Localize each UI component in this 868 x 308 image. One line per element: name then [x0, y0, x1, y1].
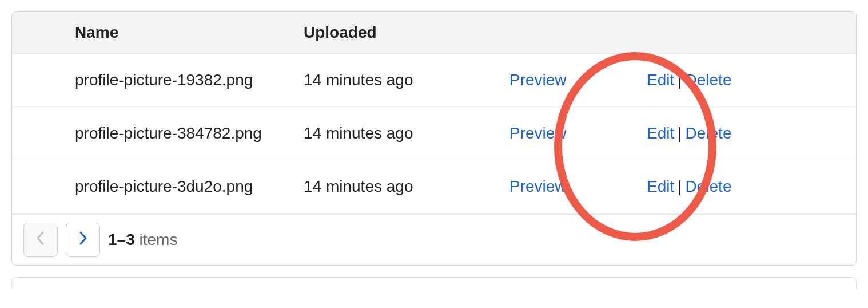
table-row: profile-picture-3du2o.png 14 minutes ago…	[12, 160, 856, 214]
pager-prev-button[interactable]	[23, 223, 58, 257]
delete-link[interactable]: Delete	[686, 124, 732, 142]
edit-link[interactable]: Edit	[647, 177, 674, 195]
chevron-left-icon	[35, 230, 46, 250]
delete-link[interactable]: Delete	[686, 71, 732, 89]
preview-link[interactable]: Preview	[509, 71, 567, 89]
cell-actions: Edit|Delete	[647, 107, 856, 160]
cell-uploaded: 14 minutes ago	[304, 160, 509, 214]
table-row: profile-picture-384782.png 14 minutes ag…	[12, 107, 856, 160]
delete-link[interactable]: Delete	[686, 177, 732, 195]
action-separator: |	[674, 71, 685, 89]
cell-actions: Edit|Delete	[647, 160, 856, 214]
edit-link[interactable]: Edit	[647, 71, 674, 89]
action-separator: |	[674, 124, 685, 142]
cell-name: profile-picture-19382.png	[12, 54, 304, 107]
next-panel-peek	[11, 277, 857, 287]
pagination-items-label: items	[135, 231, 178, 248]
action-separator: |	[674, 177, 685, 195]
column-header-name: Name	[12, 12, 304, 54]
preview-link[interactable]: Preview	[509, 177, 567, 195]
column-header-uploaded: Uploaded	[304, 12, 509, 54]
chevron-right-icon	[77, 230, 89, 250]
table-header-row: Name Uploaded	[12, 12, 856, 54]
files-panel: Name Uploaded profile-picture-19382.png …	[11, 11, 857, 266]
cell-preview: Preview	[509, 160, 647, 214]
pager-next-button[interactable]	[66, 223, 100, 257]
pagination-bar: 1–3 items	[12, 214, 856, 265]
cell-preview: Preview	[509, 107, 647, 160]
cell-preview: Preview	[509, 54, 647, 107]
cell-name: profile-picture-3du2o.png	[12, 160, 304, 214]
preview-link[interactable]: Preview	[509, 124, 567, 142]
cell-name: profile-picture-384782.png	[12, 107, 304, 160]
files-table: Name Uploaded profile-picture-19382.png …	[12, 12, 856, 214]
table-row: profile-picture-19382.png 14 minutes ago…	[12, 54, 856, 107]
column-header-actions	[647, 12, 856, 54]
cell-uploaded: 14 minutes ago	[304, 107, 509, 160]
column-header-preview	[509, 12, 647, 54]
pagination-range: 1–3	[108, 231, 135, 248]
edit-link[interactable]: Edit	[647, 124, 674, 142]
cell-actions: Edit|Delete	[647, 54, 856, 107]
cell-uploaded: 14 minutes ago	[304, 54, 509, 107]
pagination-summary: 1–3 items	[108, 231, 177, 249]
